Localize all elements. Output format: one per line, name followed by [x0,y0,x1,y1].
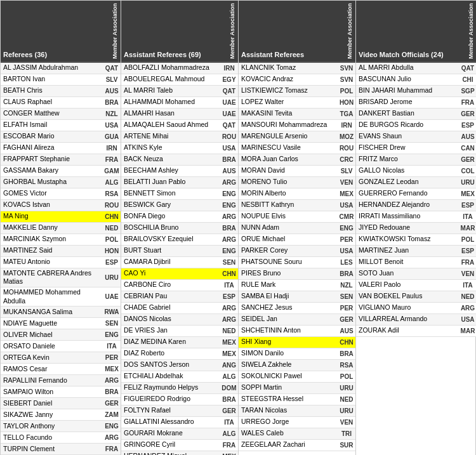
table-row: SOPPI MartinURU [239,383,355,394]
table-row: ESCOBAR MarioGUA [1,131,121,143]
official-code: SEN [103,319,121,327]
official-name: LOPEZ Walter [239,97,338,107]
official-name: WALES Caleb [239,428,338,439]
official-name: ALMAHRI Hasan [121,109,220,119]
table-row: EVANS ShaunAUS [356,131,476,143]
official-name: MARTINEZ Juan [356,246,459,256]
table-row: BEECHAM AshleyAUS [121,166,238,177]
official-code: GER [459,110,476,118]
official-name: TARAN Nicolas [239,406,338,416]
official-code: QAT [103,64,121,72]
official-code: ROU [338,144,355,152]
table-row: CONGER MatthewNZL [1,109,121,120]
column-asst-referees-1: Assistant Referees (69)Member Associatio… [121,1,239,455]
official-name: ORUE Michael [239,234,338,244]
official-code: ENG [338,224,355,232]
table-row: MAKKELIE DannyNED [1,223,121,234]
table-row: FISCHER DrewCAN [356,143,476,154]
official-name: AL JASSIM Abdulrahman [1,63,103,73]
table-row: ABOLFAZLI MohammadrezaIRN [121,63,238,74]
table-row: MORENO TulioVEN [239,177,355,188]
official-code: AUS [103,87,121,95]
official-code: ARG [103,433,121,442]
official-code: SLV [103,76,121,84]
official-name: EVANS Shaun [356,131,459,142]
official-code: ENG [220,247,238,255]
official-code: SLV [338,167,355,175]
table-row: ORUE MichaelPER [239,234,355,246]
official-name: STEEGSTRA Hessel [239,394,338,404]
table-row: BESWICK GaryENG [121,200,238,211]
official-code: ENG [220,201,238,209]
official-code: SUR [338,441,355,449]
table-row: JIYED RedouaneMAR [356,223,476,234]
official-code: ALG [103,178,121,187]
official-code: QAT [220,87,238,95]
official-code: MEX [459,190,476,198]
official-code: ARG [220,178,238,187]
official-name: CONGER Matthew [1,109,103,119]
official-code: VEN [338,418,355,426]
table-row: DANKERT BastianGER [356,109,476,120]
official-name: TELLO Facundo [1,433,103,443]
table-row: NESBITT KathrynUSA [239,200,355,211]
official-name: SIEBERT Daniel [1,399,103,409]
official-code: RWA [103,308,121,316]
official-name: ORTEGA Kevin [1,353,103,363]
table-row: AL JASSIM AbdulrahmanQAT [1,63,121,74]
official-code: ZAM [103,411,121,419]
official-name: RAPALLINI Fernando [1,376,103,386]
table-row: VAN BOEKEL PaulusNED [356,291,476,303]
official-name: MORENO Tulio [239,177,338,187]
table-row: MILLOT BenoitFRA [356,257,476,268]
official-code: PER [338,235,355,244]
official-name: AL MARRI Abdulla [356,63,459,73]
official-name: OLIVER Michael [1,330,103,340]
table-row: KOVACIC AndrazSVN [239,74,355,86]
table-row: HERNANDEZ MiguelMEX [121,451,238,455]
official-code: MEX [338,190,355,198]
table-row: STEEGSTRA HesselNED [239,394,355,406]
table-row: BEATH ChrisAUS [1,86,121,97]
column-title-asst-referees-1: Assistant Referees (69) [124,51,230,59]
official-code: EGY [220,76,238,84]
official-name: SAMPAIO Wilton [1,387,103,397]
table-row: TURPIN ClementFRA [1,444,121,455]
official-code: AUS [338,327,355,335]
table-row: ELFATH IsmailUSA [1,120,121,131]
official-name: DE BURGOS Ricardo [356,120,459,130]
official-code: USA [220,144,238,152]
table-row: GIALLATINI AlessandroITA [121,417,238,428]
official-name: MORAN David [239,166,338,176]
official-name: DOS SANTOS Jerson [121,360,220,370]
official-name: NDIAYE Maguette [1,319,103,329]
official-name: KOVACIC Andraz [239,74,338,84]
table-row: SEIDEL JanGER [239,314,355,326]
official-name: SANCHEZ Jesus [239,303,338,313]
official-name: KWIATKOWSKI Tomasz [356,234,459,244]
official-code: VEN [459,270,476,278]
official-name: ZEEGELAAR Zachari [239,440,338,450]
official-code: ARG [220,304,238,312]
official-name: ABOUELREGAL Mahmoud [121,74,220,84]
official-code: HON [103,247,121,255]
table-row: MARINESCU VasileROU [239,143,355,154]
table-row: BRAILOVSKY EzequielARG [121,234,238,246]
official-name: BURT Stuart [121,246,220,256]
official-name: ALHAMMADI Mohamed [121,97,220,107]
official-name: ELFATH Ismail [1,120,103,130]
official-name: TURPIN Clement [1,444,103,454]
table-row: VILLARREAL ArmandoUSA [356,314,476,326]
official-name: MILLOT Benoit [356,257,459,267]
table-row: MAKASINI TevitaTGA [239,109,355,120]
table-row: MARENGULE ArsenioMOZ [239,131,355,143]
official-name: MARENGULE Arsenio [239,131,338,142]
table-row: OLIVER MichaelENG [1,329,121,341]
table-row: AL MARRI AbdullaQAT [356,63,476,74]
table-row: RAPALLINI FernandoARG [1,375,121,386]
table-row: CHADE GabrielARG [121,303,238,314]
table-row: ALMAQALEH Saoud AhmedQAT [121,120,238,131]
official-name: GASSAMA Bakary [1,166,103,176]
official-name: BEATH Chris [1,86,103,96]
table-row: BOSCHILIA BrunoBRA [121,223,238,234]
